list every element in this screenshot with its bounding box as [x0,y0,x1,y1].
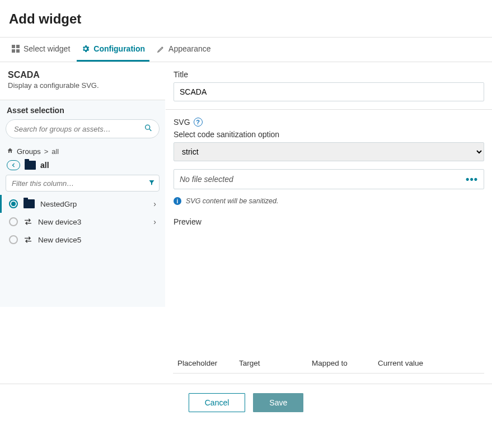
info-icon: i [174,197,181,205]
crumb-sep: > [44,147,49,156]
save-button[interactable]: Save [253,393,303,412]
crumb-leaf: all [51,147,59,156]
tab-configuration[interactable]: Configuration [77,38,149,62]
widget-info: SCADA Display a configurable SVG. [0,62,165,100]
col-target: Target [239,359,306,367]
svg-line-5 [149,129,151,131]
sanitize-select[interactable]: strict [174,142,484,161]
chevron-right-icon[interactable]: › [153,199,156,208]
search-icon [144,124,153,134]
svg-rect-1 [16,45,20,48]
home-icon[interactable] [7,147,13,156]
tab-appearance[interactable]: Appearance [152,38,215,62]
asset-item-nestedgrp[interactable]: NestedGrp › [0,195,160,213]
title-input[interactable] [174,82,484,101]
filter-icon[interactable] [148,179,155,188]
radio-selected-icon[interactable] [9,199,18,208]
title-label: Title [174,70,484,79]
help-icon[interactable]: ? [194,118,203,127]
preview-label: Preview [174,217,484,226]
svg-label: SVG [174,118,190,127]
info-text: SVG content will be sanitized. [186,197,278,205]
breadcrumb: Groups > all [6,146,160,159]
svg-rect-2 [12,49,15,53]
more-icon[interactable]: ••• [466,174,478,185]
svg-rect-3 [16,49,20,53]
chevron-right-icon[interactable]: › [153,217,156,226]
radio-icon[interactable] [9,235,18,244]
cancel-button[interactable]: Cancel [189,393,246,412]
asset-search-input[interactable] [6,119,160,138]
tab-bar: Select widget Configuration Appearance [0,37,492,62]
asset-item-new-device5[interactable]: New device5 [6,231,160,249]
device-icon [24,236,32,244]
column-filter-input[interactable] [6,175,160,192]
back-chip[interactable] [7,160,20,170]
brush-icon [156,44,165,53]
widget-description: Display a configurable SVG. [8,81,157,90]
svg-point-4 [146,125,150,129]
file-placeholder: No file selected [180,175,466,184]
sanitize-label: Select code sanitization option [174,130,484,139]
page-title: Add widget [9,11,483,27]
tab-label: Appearance [168,44,211,53]
file-picker[interactable]: No file selected ••• [174,169,484,189]
all-label: all [40,161,49,170]
asset-item-label: New device5 [38,236,81,244]
folder-icon [25,161,36,170]
divider [166,109,492,110]
radio-icon[interactable] [9,217,18,226]
mapping-table: Placeholder Target Mapped to Current val… [165,353,492,374]
col-current-value: Current value [378,359,480,367]
asset-item-label: NestedGrp [40,200,77,208]
device-icon [24,218,32,226]
asset-heading: Asset selection [6,106,160,115]
dialog-footer: Cancel Save [0,384,492,421]
gear-icon [81,44,90,53]
widget-name: SCADA [8,70,157,80]
asset-item-new-device3[interactable]: New device3 › [6,213,160,231]
tab-select-widget[interactable]: Select widget [7,38,74,62]
asset-item-label: New device3 [38,218,81,226]
tab-label: Select widget [24,44,70,53]
col-mapped-to: Mapped to [312,359,372,367]
folder-icon [24,199,35,208]
asset-selection-panel: Asset selection Groups > all [0,100,165,307]
svg-rect-0 [12,45,15,48]
crumb-groups[interactable]: Groups [17,147,41,156]
grid-icon [11,44,20,53]
col-placeholder: Placeholder [177,359,233,367]
dialog-header: Add widget [0,0,492,37]
tab-label: Configuration [93,44,145,53]
